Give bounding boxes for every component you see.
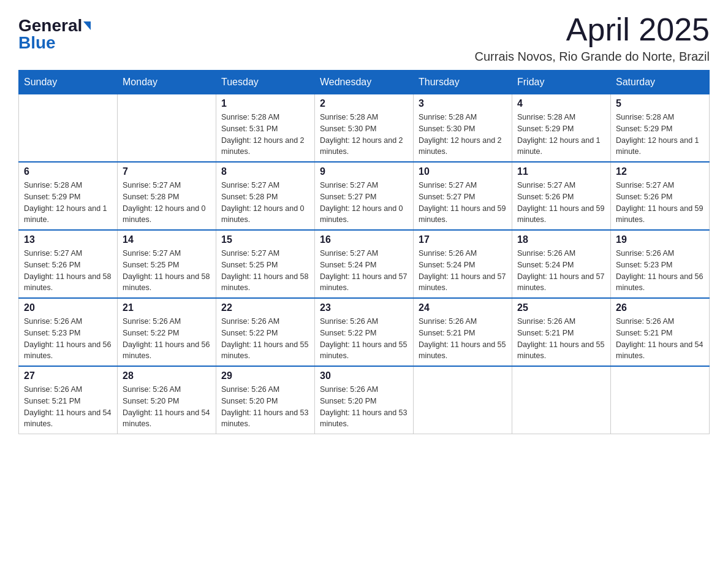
day-info: Sunrise: 5:27 AMSunset: 5:26 PMDaylight:… (616, 180, 704, 226)
table-row (611, 366, 710, 434)
day-info: Sunrise: 5:27 AMSunset: 5:28 PMDaylight:… (221, 180, 309, 226)
day-info: Sunrise: 5:27 AMSunset: 5:28 PMDaylight:… (123, 180, 211, 226)
day-number: 4 (517, 98, 605, 109)
day-number: 1 (221, 98, 309, 109)
day-info: Sunrise: 5:27 AMSunset: 5:27 PMDaylight:… (320, 180, 408, 226)
table-row: 18Sunrise: 5:26 AMSunset: 5:24 PMDayligh… (512, 230, 611, 298)
header: General Blue April 2025 Currais Novos, R… (18, 12, 710, 64)
calendar-week-row: 6Sunrise: 5:28 AMSunset: 5:29 PMDaylight… (19, 162, 710, 230)
day-number: 30 (320, 370, 408, 381)
table-row: 9Sunrise: 5:27 AMSunset: 5:27 PMDaylight… (315, 162, 414, 230)
calendar-header-row: Sunday Monday Tuesday Wednesday Thursday… (19, 71, 710, 94)
day-info: Sunrise: 5:27 AMSunset: 5:25 PMDaylight:… (221, 248, 309, 294)
day-number: 15 (221, 234, 309, 245)
calendar-week-row: 13Sunrise: 5:27 AMSunset: 5:26 PMDayligh… (19, 230, 710, 298)
day-info: Sunrise: 5:26 AMSunset: 5:22 PMDaylight:… (320, 316, 408, 362)
col-sunday: Sunday (19, 71, 118, 94)
table-row: 17Sunrise: 5:26 AMSunset: 5:24 PMDayligh… (414, 230, 512, 298)
table-row: 10Sunrise: 5:27 AMSunset: 5:27 PMDayligh… (414, 162, 512, 230)
table-row: 20Sunrise: 5:26 AMSunset: 5:23 PMDayligh… (19, 298, 118, 366)
day-number: 7 (123, 166, 211, 177)
day-info: Sunrise: 5:26 AMSunset: 5:24 PMDaylight:… (419, 248, 507, 294)
day-number: 6 (24, 166, 112, 177)
calendar-table: Sunday Monday Tuesday Wednesday Thursday… (18, 70, 710, 434)
month-title: April 2025 (475, 12, 710, 47)
location-title: Currais Novos, Rio Grande do Norte, Braz… (475, 50, 710, 64)
table-row: 15Sunrise: 5:27 AMSunset: 5:25 PMDayligh… (216, 230, 315, 298)
day-info: Sunrise: 5:27 AMSunset: 5:24 PMDaylight:… (320, 248, 408, 294)
table-row: 14Sunrise: 5:27 AMSunset: 5:25 PMDayligh… (118, 230, 216, 298)
day-info: Sunrise: 5:28 AMSunset: 5:29 PMDaylight:… (616, 112, 704, 158)
table-row (118, 94, 216, 163)
table-row (414, 366, 512, 434)
day-number: 23 (320, 302, 408, 313)
day-info: Sunrise: 5:27 AMSunset: 5:25 PMDaylight:… (123, 248, 211, 294)
day-number: 19 (616, 234, 704, 245)
logo-arrow-icon (83, 21, 91, 30)
table-row: 26Sunrise: 5:26 AMSunset: 5:21 PMDayligh… (611, 298, 710, 366)
day-info: Sunrise: 5:28 AMSunset: 5:29 PMDaylight:… (517, 112, 605, 158)
day-info: Sunrise: 5:26 AMSunset: 5:23 PMDaylight:… (616, 248, 704, 294)
day-number: 2 (320, 98, 408, 109)
day-number: 14 (123, 234, 211, 245)
day-number: 16 (320, 234, 408, 245)
calendar-week-row: 27Sunrise: 5:26 AMSunset: 5:21 PMDayligh… (19, 366, 710, 434)
table-row: 11Sunrise: 5:27 AMSunset: 5:26 PMDayligh… (512, 162, 611, 230)
table-row: 7Sunrise: 5:27 AMSunset: 5:28 PMDaylight… (118, 162, 216, 230)
day-info: Sunrise: 5:27 AMSunset: 5:26 PMDaylight:… (517, 180, 605, 226)
col-tuesday: Tuesday (216, 71, 315, 94)
logo-blue: Blue (18, 34, 56, 52)
table-row: 23Sunrise: 5:26 AMSunset: 5:22 PMDayligh… (315, 298, 414, 366)
table-row: 3Sunrise: 5:28 AMSunset: 5:30 PMDaylight… (414, 94, 512, 163)
day-number: 11 (517, 166, 605, 177)
table-row (19, 94, 118, 163)
calendar-week-row: 1Sunrise: 5:28 AMSunset: 5:31 PMDaylight… (19, 94, 710, 163)
day-number: 24 (419, 302, 507, 313)
table-row: 19Sunrise: 5:26 AMSunset: 5:23 PMDayligh… (611, 230, 710, 298)
col-thursday: Thursday (414, 71, 512, 94)
day-info: Sunrise: 5:26 AMSunset: 5:22 PMDaylight:… (123, 316, 211, 362)
day-number: 8 (221, 166, 309, 177)
table-row: 30Sunrise: 5:26 AMSunset: 5:20 PMDayligh… (315, 366, 414, 434)
table-row: 27Sunrise: 5:26 AMSunset: 5:21 PMDayligh… (19, 366, 118, 434)
day-number: 3 (419, 98, 507, 109)
table-row: 8Sunrise: 5:27 AMSunset: 5:28 PMDaylight… (216, 162, 315, 230)
table-row: 12Sunrise: 5:27 AMSunset: 5:26 PMDayligh… (611, 162, 710, 230)
col-friday: Friday (512, 71, 611, 94)
day-number: 17 (419, 234, 507, 245)
table-row (512, 366, 611, 434)
table-row: 4Sunrise: 5:28 AMSunset: 5:29 PMDaylight… (512, 94, 611, 163)
logo-general: General (18, 17, 82, 34)
day-info: Sunrise: 5:26 AMSunset: 5:24 PMDaylight:… (517, 248, 605, 294)
table-row: 1Sunrise: 5:28 AMSunset: 5:31 PMDaylight… (216, 94, 315, 163)
table-row: 2Sunrise: 5:28 AMSunset: 5:30 PMDaylight… (315, 94, 414, 163)
day-number: 25 (517, 302, 605, 313)
day-info: Sunrise: 5:26 AMSunset: 5:22 PMDaylight:… (221, 316, 309, 362)
day-number: 12 (616, 166, 704, 177)
day-info: Sunrise: 5:26 AMSunset: 5:21 PMDaylight:… (24, 384, 112, 430)
day-number: 21 (123, 302, 211, 313)
table-row: 25Sunrise: 5:26 AMSunset: 5:21 PMDayligh… (512, 298, 611, 366)
day-number: 22 (221, 302, 309, 313)
day-info: Sunrise: 5:28 AMSunset: 5:30 PMDaylight:… (419, 112, 507, 158)
title-area: April 2025 Currais Novos, Rio Grande do … (475, 12, 710, 64)
day-number: 27 (24, 370, 112, 381)
col-saturday: Saturday (611, 71, 710, 94)
day-info: Sunrise: 5:26 AMSunset: 5:23 PMDaylight:… (24, 316, 112, 362)
table-row: 13Sunrise: 5:27 AMSunset: 5:26 PMDayligh… (19, 230, 118, 298)
day-number: 18 (517, 234, 605, 245)
day-number: 5 (616, 98, 704, 109)
table-row: 21Sunrise: 5:26 AMSunset: 5:22 PMDayligh… (118, 298, 216, 366)
table-row: 22Sunrise: 5:26 AMSunset: 5:22 PMDayligh… (216, 298, 315, 366)
calendar-week-row: 20Sunrise: 5:26 AMSunset: 5:23 PMDayligh… (19, 298, 710, 366)
day-info: Sunrise: 5:26 AMSunset: 5:20 PMDaylight:… (320, 384, 408, 430)
table-row: 5Sunrise: 5:28 AMSunset: 5:29 PMDaylight… (611, 94, 710, 163)
day-info: Sunrise: 5:28 AMSunset: 5:29 PMDaylight:… (24, 180, 112, 226)
col-monday: Monday (118, 71, 216, 94)
table-row: 24Sunrise: 5:26 AMSunset: 5:21 PMDayligh… (414, 298, 512, 366)
day-number: 9 (320, 166, 408, 177)
day-info: Sunrise: 5:26 AMSunset: 5:20 PMDaylight:… (123, 384, 211, 430)
day-number: 20 (24, 302, 112, 313)
table-row: 16Sunrise: 5:27 AMSunset: 5:24 PMDayligh… (315, 230, 414, 298)
day-info: Sunrise: 5:26 AMSunset: 5:20 PMDaylight:… (221, 384, 309, 430)
